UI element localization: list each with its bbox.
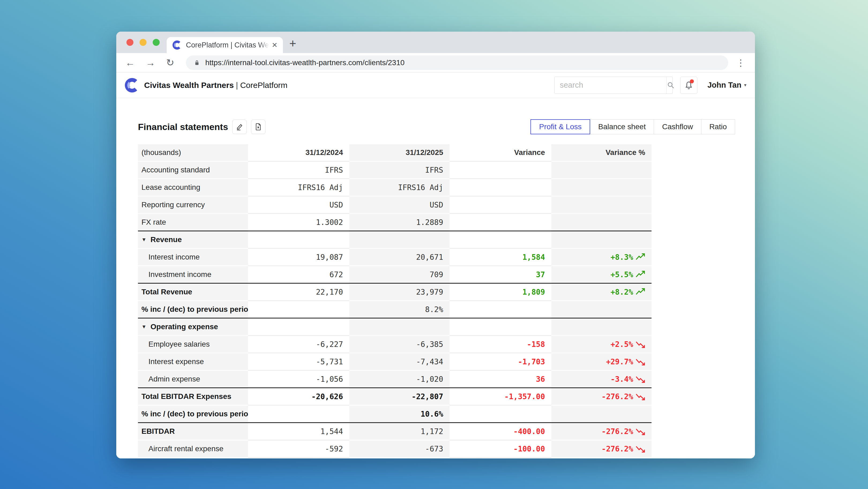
value-2025: USD	[349, 197, 450, 214]
variance-pct-value: +5.5%	[551, 266, 652, 284]
variance-pct-value	[551, 214, 652, 231]
value-2025: 8.2%	[349, 301, 450, 318]
user-menu[interactable]: John Tan ▾	[708, 81, 746, 90]
financial-table: (thousands)31/12/202431/12/2025VarianceV…	[138, 144, 652, 458]
variance-value: -1,703	[450, 353, 551, 371]
browser-menu-icon[interactable]: ⋮	[736, 57, 746, 68]
variance-value: -158	[450, 336, 551, 353]
value-2024: 672	[248, 266, 349, 284]
user-name: John Tan	[708, 81, 742, 90]
value-2025: -1,020	[349, 371, 450, 388]
variance-pct-value: -3.4%	[551, 371, 652, 388]
value-2024: -20,626	[248, 388, 349, 406]
variance-pct-text: -3.4%	[611, 375, 633, 384]
trend-up-icon	[636, 287, 645, 297]
statement-tabs: Profit & LossBalance sheetCashflowRatio	[531, 119, 735, 134]
row-label: EBITDAR	[138, 423, 248, 440]
tab-close-icon[interactable]: ✕	[272, 41, 278, 49]
variance-pct-value	[551, 179, 652, 197]
trend-down-icon	[636, 427, 645, 436]
value-2024: 1.3002	[248, 214, 349, 231]
back-icon[interactable]: ←	[125, 57, 135, 68]
row-label: FX rate	[138, 214, 248, 231]
row-label: % inc / (dec) to previous perio	[138, 406, 248, 423]
value-2025: IFRS16 Adj	[349, 179, 450, 197]
close-window-button[interactable]	[126, 39, 133, 46]
collapse-triangle-icon[interactable]: ▼	[142, 237, 147, 242]
section-header[interactable]: ▼Operating expense	[138, 318, 248, 336]
variance-pct-value: -276.2%	[551, 440, 652, 458]
tab-title: CorePlatform | Civitas Wealth P	[186, 41, 269, 49]
row-label: Interest income	[138, 249, 248, 266]
variance-pct-text: +8.3%	[611, 253, 633, 262]
table-row: ▼Revenue	[138, 231, 652, 249]
value-2025: -7,434	[349, 353, 450, 371]
variance-pct-text: -276.2%	[601, 392, 633, 401]
table-row: FX rate1.30021.2889	[138, 214, 652, 231]
notifications-button[interactable]	[680, 77, 698, 94]
value-2024: IFRS	[248, 162, 349, 179]
statement-tab-ratio[interactable]: Ratio	[701, 119, 735, 134]
lock-icon	[193, 59, 200, 66]
search-button[interactable]	[666, 77, 675, 93]
variance-pct-value	[551, 162, 652, 179]
table-row: EBITDAR1,5441,172-400.00-276.2%	[138, 423, 652, 440]
variance-pct-value	[551, 301, 652, 318]
variance-pct-value: +8.3%	[551, 249, 652, 266]
statement-tab-cashflow[interactable]: Cashflow	[654, 119, 701, 134]
forward-icon[interactable]: →	[146, 57, 155, 68]
variance-pct-value	[551, 406, 652, 423]
brand-title: Civitas Wealth Partners|CorePlatform	[144, 81, 287, 90]
maximize-window-button[interactable]	[153, 39, 160, 46]
row-label: Total EBITDAR Expenses	[138, 388, 248, 406]
section-header[interactable]: ▼Revenue	[138, 231, 248, 249]
new-tab-button[interactable]: +	[289, 38, 296, 49]
minimize-window-button[interactable]	[140, 39, 147, 46]
file-excel-icon	[254, 122, 262, 131]
variance-pct-text: -276.2%	[601, 427, 633, 436]
reload-icon[interactable]: ↻	[166, 57, 174, 68]
collapse-triangle-icon[interactable]: ▼	[142, 324, 147, 330]
edit-button[interactable]	[232, 120, 247, 134]
table-row: Investment income67270937+5.5%	[138, 266, 652, 284]
browser-toolbar: ← → ↻ https://internal-tool.civitas-weat…	[116, 53, 755, 73]
value-2025: -22,807	[349, 388, 450, 406]
value-2025: -673	[349, 440, 450, 458]
trend-up-icon	[636, 252, 645, 262]
row-label: % inc / (dec) to previous perio	[138, 301, 248, 318]
value-2025: IFRS	[349, 162, 450, 179]
variance-pct-value: +8.2%	[551, 284, 652, 301]
browser-tab-strip: CorePlatform | Civitas Wealth P ✕ +	[116, 32, 755, 53]
address-bar[interactable]: https://internal-tool.civitas-weatlth-pa…	[186, 56, 728, 70]
value-2025: -6,385	[349, 336, 450, 353]
variance-value	[450, 162, 551, 179]
app-header: Civitas Wealth Partners|CorePlatform Joh…	[116, 73, 755, 98]
value-2025: 709	[349, 266, 450, 284]
variance-value: -400.00	[450, 423, 551, 440]
value-2024: USD	[248, 197, 349, 214]
column-header: 31/12/2024	[248, 144, 349, 162]
row-label: Lease accounting	[138, 179, 248, 197]
trend-down-icon	[636, 392, 645, 401]
browser-tab[interactable]: CorePlatform | Civitas Wealth P ✕	[167, 37, 283, 53]
chevron-down-icon: ▾	[744, 82, 746, 88]
brand-name: Civitas Wealth Partners	[144, 81, 234, 90]
statement-tab-balance-sheet[interactable]: Balance sheet	[590, 119, 654, 134]
search-input[interactable]	[555, 77, 666, 93]
value-2025: 1,172	[349, 423, 450, 440]
page-title: Financial statements	[138, 122, 228, 132]
table-row: Lease accountingIFRS16 AdjIFRS16 Adj	[138, 179, 652, 197]
variance-pct-value: -276.2%	[551, 388, 652, 406]
pencil-icon	[235, 122, 244, 131]
statement-tab-profit-loss[interactable]: Profit & Loss	[530, 119, 590, 134]
title-row: Financial statements Profit & LossBalanc…	[138, 119, 735, 134]
table-row: Reporting currencyUSDUSD	[138, 197, 652, 214]
trend-down-icon	[636, 339, 645, 349]
notification-badge	[690, 79, 694, 83]
search-icon	[666, 81, 675, 90]
trend-up-icon	[636, 270, 645, 279]
column-header: 31/12/2025	[349, 144, 450, 162]
export-file-button[interactable]	[251, 120, 266, 134]
variance-pct-value	[551, 318, 652, 336]
variance-value: -100.00	[450, 440, 551, 458]
